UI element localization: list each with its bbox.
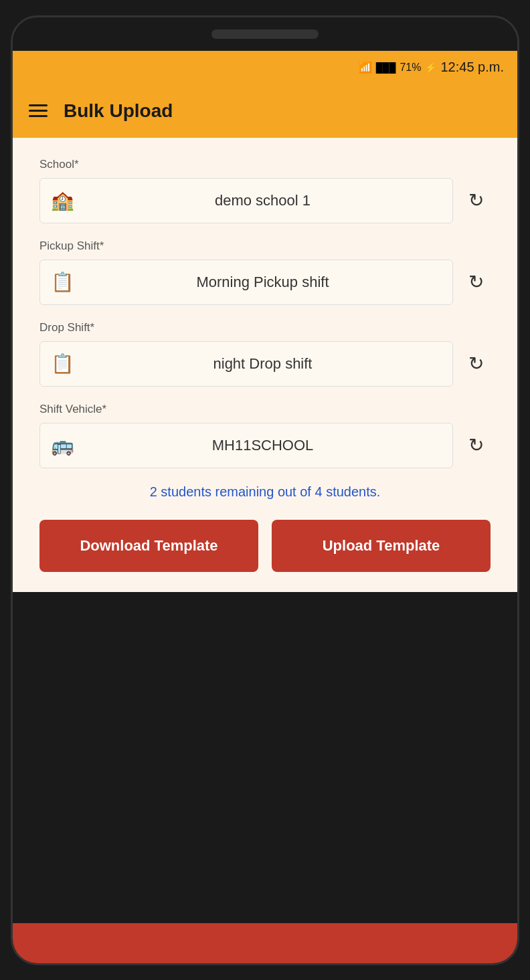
drop-shift-input[interactable]: 📋 night Drop shift [39,341,453,387]
pickup-shift-input[interactable]: 📋 Morning Pickup shift [39,260,453,305]
status-icons: 📶 ███ 71% ⚡ 12:45 p.m. [359,60,504,75]
shift-vehicle-value: MH11SCHOOL [84,437,442,454]
hamburger-line-2 [29,110,48,112]
shift-vehicle-field-group: Shift Vehicle* 🚌 MH11SCHOOL ↻ [39,403,491,468]
drop-shift-label: Drop Shift* [39,321,491,334]
page-title: Bulk Upload [64,100,173,122]
bottom-nav-bar [13,923,517,963]
phone-frame: 📶 ███ 71% ⚡ 12:45 p.m. Bulk Upload Schoo… [11,15,519,965]
notch-bar [13,17,517,51]
signal-icon: ███ [376,62,396,73]
hamburger-menu-button[interactable] [29,104,48,117]
hamburger-line-1 [29,104,48,106]
upload-template-button[interactable]: Upload Template [272,520,491,572]
wifi-icon: 📶 [359,61,372,74]
school-icon: 🏫 [51,189,74,211]
drop-shift-field-group: Drop Shift* 📋 night Drop shift ↻ [39,321,491,387]
status-bar: 📶 ███ 71% ⚡ 12:45 p.m. [13,51,517,84]
action-buttons-row: Download Template Upload Template [39,520,491,572]
shift-vehicle-input[interactable]: 🚌 MH11SCHOOL [39,423,453,468]
drop-shift-value: night Drop shift [84,355,442,373]
shift-vehicle-refresh-button[interactable]: ↻ [461,431,491,460]
drop-shift-refresh-icon: ↻ [468,353,484,375]
school-refresh-icon: ↻ [468,189,484,211]
pickup-shift-field-group: Pickup Shift* 📋 Morning Pickup shift ↻ [39,239,491,305]
drop-shift-icon: 📋 [51,353,74,375]
school-value: demo school 1 [84,192,442,209]
students-remaining-info: 2 students remaining out of 4 students. [39,484,491,500]
school-input[interactable]: 🏫 demo school 1 [39,178,453,223]
pickup-shift-value: Morning Pickup shift [84,274,442,291]
pickup-shift-icon: 📋 [51,271,74,293]
shift-vehicle-label: Shift Vehicle* [39,403,491,416]
shift-vehicle-refresh-icon: ↻ [468,434,484,456]
drop-shift-refresh-button[interactable]: ↻ [461,349,491,379]
pickup-shift-field-row: 📋 Morning Pickup shift ↻ [39,260,491,305]
shift-vehicle-field-row: 🚌 MH11SCHOOL ↻ [39,423,491,468]
pickup-shift-refresh-button[interactable]: ↻ [461,268,491,297]
school-field-group: School* 🏫 demo school 1 ↻ [39,158,491,223]
main-content: School* 🏫 demo school 1 ↻ Pickup Shift* … [13,138,517,592]
pickup-shift-label: Pickup Shift* [39,239,491,253]
pickup-shift-refresh-icon: ↻ [468,271,484,293]
school-refresh-button[interactable]: ↻ [461,186,491,215]
school-field-row: 🏫 demo school 1 ↻ [39,178,491,223]
school-label: School* [39,158,491,171]
app-header: Bulk Upload [13,84,517,138]
download-template-button[interactable]: Download Template [39,520,258,572]
status-time: 12:45 p.m. [440,60,504,75]
hamburger-line-3 [29,115,48,117]
shift-vehicle-icon: 🚌 [51,434,74,456]
battery-pct: 71% [400,62,421,74]
charging-icon: ⚡ [425,62,436,73]
drop-shift-field-row: 📋 night Drop shift ↻ [39,341,491,387]
notch-dots [211,29,319,39]
